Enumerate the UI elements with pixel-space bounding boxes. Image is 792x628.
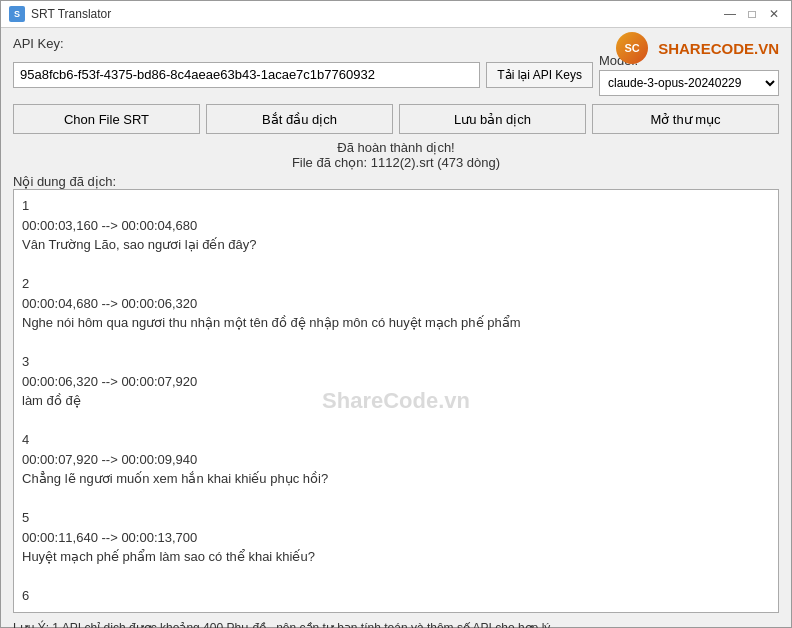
model-select[interactable]: claude-3-opus-20240229	[599, 70, 779, 96]
choose-file-button[interactable]: Chon File SRT	[13, 104, 200, 134]
logo-badge: SC	[616, 32, 648, 64]
logo-text: SHARECODE.VN	[658, 40, 779, 57]
content-label: Nội dung đã dịch:	[13, 174, 116, 189]
file-info: File đã chọn: 1112(2).srt (473 dòng)	[13, 155, 779, 170]
main-content: SC SHARECODE.VN API Key: Tải lại API Key…	[1, 28, 791, 628]
window-controls: — □ ✕	[721, 5, 783, 23]
notes-area: Lưu Ý: 1 API chỉ dịch được khoảng 400 Ph…	[13, 619, 779, 629]
app-icon: S	[9, 6, 25, 22]
window-title: SRT Translator	[31, 7, 111, 21]
minimize-button[interactable]: —	[721, 5, 739, 23]
content-label-row: Nội dung đã dịch:	[13, 174, 779, 189]
content-textarea-container: 1 00:00:03,160 --> 00:00:04,680 Vân Trườ…	[13, 189, 779, 613]
app-window: S SRT Translator — □ ✕ SC SHARECODE.VN A…	[0, 0, 792, 628]
note-line1: Lưu Ý: 1 API chỉ dịch được khoảng 400 Ph…	[13, 619, 779, 629]
action-buttons-row: Chon File SRT Bắt đầu dịch Lưu bản dịch …	[13, 104, 779, 134]
content-text[interactable]: 1 00:00:03,160 --> 00:00:04,680 Vân Trườ…	[14, 190, 778, 612]
completed-status: Đã hoàn thành dịch!	[13, 140, 779, 155]
start-translate-button[interactable]: Bắt đầu dịch	[206, 104, 393, 134]
title-bar: S SRT Translator — □ ✕	[1, 1, 791, 28]
status-area: Đã hoàn thành dịch! File đã chọn: 1112(2…	[13, 140, 779, 170]
close-button[interactable]: ✕	[765, 5, 783, 23]
api-key-input[interactable]	[13, 62, 480, 88]
title-bar-left: S SRT Translator	[9, 6, 111, 22]
api-key-label: API Key:	[13, 36, 64, 51]
logo-area: SC SHARECODE.VN	[616, 32, 791, 64]
save-translate-button[interactable]: Lưu bản dịch	[399, 104, 586, 134]
maximize-button[interactable]: □	[743, 5, 761, 23]
reload-api-button[interactable]: Tải lại API Keys	[486, 62, 593, 88]
open-folder-button[interactable]: Mở thư mục	[592, 104, 779, 134]
